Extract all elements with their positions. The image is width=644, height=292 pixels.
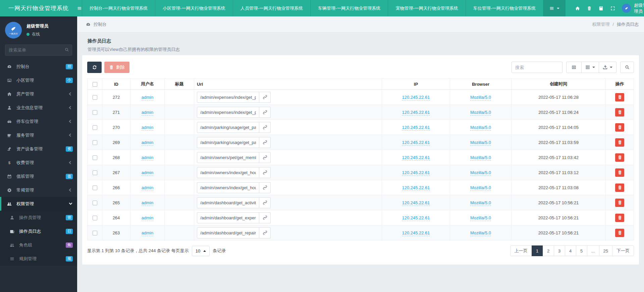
pagination-item[interactable]: 4: [565, 245, 576, 256]
row-delete-button[interactable]: [615, 108, 624, 117]
breadcrumb[interactable]: 控制台: [86, 21, 107, 27]
username-link[interactable]: admin: [142, 125, 153, 131]
sidebar-item-操作员日志[interactable]: 操作员日志 日: [0, 224, 77, 238]
sidebar-item-房产管理[interactable]: 房产管理: [0, 87, 77, 101]
column-header-title[interactable]: 标题: [165, 79, 194, 90]
row-checkbox[interactable]: [93, 231, 97, 235]
menu-search-input[interactable]: [5, 45, 72, 56]
browser-link[interactable]: Mozilla/5.0: [470, 215, 491, 221]
pagination-item[interactable]: 25: [599, 245, 612, 256]
sidebar-toggle-button[interactable]: [77, 0, 82, 16]
table-search-input[interactable]: [512, 62, 562, 73]
pagination-page-active[interactable]: 1: [532, 245, 543, 256]
fullscreen-button[interactable]: [607, 0, 619, 16]
ip-link[interactable]: 120.245.22.61: [402, 200, 430, 206]
url-input[interactable]: [197, 92, 259, 103]
browser-link[interactable]: Mozilla/5.0: [470, 200, 491, 206]
delete-button[interactable]: 删除: [104, 62, 129, 73]
url-input[interactable]: [197, 227, 259, 238]
row-delete-button[interactable]: [615, 153, 624, 162]
navbar-tab[interactable]: 控制台-一网天行物业管理系统: [82, 0, 155, 16]
browser-link[interactable]: Mozilla/5.0: [470, 95, 491, 100]
browser-link[interactable]: Mozilla/5.0: [470, 185, 491, 191]
open-url-button[interactable]: [259, 182, 271, 193]
url-input[interactable]: [197, 182, 259, 193]
ip-link[interactable]: 120.245.22.61: [402, 110, 430, 116]
username-link[interactable]: admin: [142, 110, 153, 116]
browser-link[interactable]: Mozilla/5.0: [470, 155, 491, 161]
ip-link[interactable]: 120.245.22.61: [402, 155, 430, 161]
sidebar-item-控制台[interactable]: 控制台 控: [0, 60, 77, 73]
log-book-button[interactable]: [595, 0, 607, 16]
row-delete-button[interactable]: [615, 199, 624, 207]
browser-link[interactable]: Mozilla/5.0: [470, 170, 491, 176]
sidebar-item-停车位管理[interactable]: 停车位管理: [0, 115, 77, 128]
row-checkbox[interactable]: [93, 125, 97, 130]
navbar-tab[interactable]: 车辆管理-一网天行物业管理系统: [310, 0, 388, 16]
sidebar-item-服务管理[interactable]: 服务管理: [0, 128, 77, 142]
ip-link[interactable]: 120.245.22.61: [402, 125, 430, 131]
page-size-select[interactable]: 10: [192, 246, 210, 256]
url-input[interactable]: [197, 137, 259, 148]
open-url-button[interactable]: [259, 107, 271, 118]
sidebar-item-角色组[interactable]: 角色组 角: [0, 238, 77, 252]
columns-button[interactable]: [581, 62, 599, 73]
browser-link[interactable]: Mozilla/5.0: [470, 140, 491, 146]
browser-link[interactable]: Mozilla/5.0: [470, 110, 491, 116]
column-header-id[interactable]: ID: [102, 79, 130, 90]
open-url-button[interactable]: [259, 92, 271, 103]
username-link[interactable]: admin: [142, 215, 153, 221]
url-input[interactable]: [197, 152, 259, 163]
username-link[interactable]: admin: [142, 140, 153, 146]
ip-link[interactable]: 120.245.22.61: [402, 215, 430, 221]
sidebar-item-权限管理[interactable]: 权限管理: [0, 197, 77, 211]
username-link[interactable]: admin: [142, 185, 153, 191]
sidebar-item-收费管理[interactable]: $ 收费管理: [0, 156, 77, 169]
sidebar-item-资产设备管理[interactable]: 资产设备管理 资: [0, 142, 77, 156]
navbar-tab[interactable]: 人员管理-一网天行物业管理系统: [233, 0, 310, 16]
row-checkbox[interactable]: [93, 186, 97, 190]
detail-view-button[interactable]: [566, 62, 582, 73]
home-button[interactable]: [572, 0, 583, 16]
open-url-button[interactable]: [259, 152, 271, 163]
row-delete-button[interactable]: [615, 229, 624, 237]
url-input[interactable]: [197, 122, 259, 133]
browser-link[interactable]: Mozilla/5.0: [470, 125, 491, 131]
row-delete-button[interactable]: [615, 123, 624, 132]
user-avatar[interactable]: 一网天行: [5, 22, 22, 39]
row-delete-button[interactable]: [615, 168, 624, 177]
open-url-button[interactable]: [259, 227, 271, 238]
username-link[interactable]: admin: [142, 200, 153, 206]
pagination-item[interactable]: 5: [576, 245, 587, 256]
pagination-item[interactable]: 上一页: [510, 245, 532, 256]
row-delete-button[interactable]: [615, 184, 624, 192]
export-button[interactable]: [599, 62, 616, 73]
sidebar-item-规则管理[interactable]: 规则管理 规: [0, 252, 77, 266]
browser-link[interactable]: Mozilla/5.0: [470, 230, 491, 236]
column-header-url[interactable]: Url: [194, 79, 382, 90]
column-header-created[interactable]: 创建时间: [512, 79, 606, 90]
url-input[interactable]: [197, 197, 259, 208]
open-url-button[interactable]: [259, 197, 271, 208]
open-url-button[interactable]: [259, 212, 271, 223]
navbar-tab[interactable]: 车位管理-一网天行物业管理系统: [466, 0, 543, 16]
row-checkbox[interactable]: [93, 170, 97, 175]
ip-link[interactable]: 120.245.22.61: [402, 185, 430, 191]
url-input[interactable]: [197, 167, 259, 178]
column-header-ip[interactable]: IP: [382, 79, 450, 90]
row-delete-button[interactable]: [615, 214, 624, 222]
pagination-item[interactable]: 3: [554, 245, 565, 256]
search-button[interactable]: [620, 62, 634, 73]
ip-link[interactable]: 120.245.22.61: [402, 140, 430, 146]
sidebar-item-小区管理[interactable]: 小区管理 小: [0, 73, 77, 87]
pagination-item[interactable]: 2: [543, 245, 554, 256]
column-header-browser[interactable]: Browser: [450, 79, 512, 90]
open-url-button[interactable]: [259, 122, 271, 133]
row-delete-button[interactable]: [615, 138, 624, 147]
sidebar-item-业主信息管理[interactable]: 业主信息管理: [0, 101, 77, 115]
sidebar-item-常规管理[interactable]: 常规管理: [0, 183, 77, 197]
sidebar-item-操作员管理[interactable]: 操作员管理 管: [0, 211, 77, 224]
ip-link[interactable]: 120.245.22.61: [402, 230, 430, 236]
row-checkbox[interactable]: [93, 110, 97, 115]
user-menu[interactable]: 超级管理员: [619, 2, 644, 14]
